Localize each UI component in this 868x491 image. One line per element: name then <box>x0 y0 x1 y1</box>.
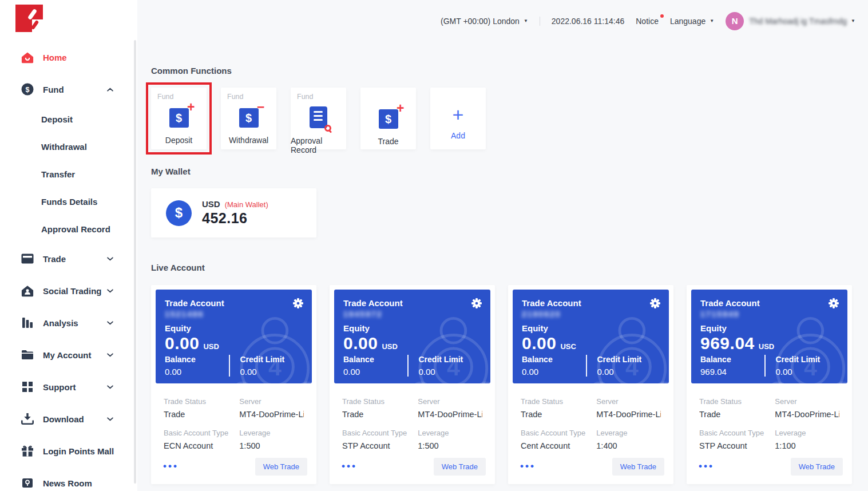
sidebar-item-news-room[interactable]: News Room <box>0 467 137 491</box>
account-card-title: Trade Account <box>343 298 481 308</box>
sidebar-item-support[interactable]: Support <box>0 371 137 403</box>
credit-limit-stat: Credit Limit 0.00 <box>764 355 840 377</box>
add-function-card[interactable]: + Add <box>430 88 486 149</box>
trade-status-value: Trade <box>164 410 239 419</box>
trade-account-card: Trade Account 2190620 Equity 0.00 USC Ba… <box>508 285 673 484</box>
web-trade-button[interactable]: Web Trade <box>791 458 843 476</box>
credit-limit-value: 0.00 <box>419 367 483 377</box>
analysis-icon <box>21 317 34 328</box>
timezone-selector[interactable]: (GMT +00:00) London ▼ <box>441 17 528 26</box>
wallet-card[interactable]: $ USD (Main Wallet) 452.16 <box>151 188 316 237</box>
account-details: Trade StatusTrade ServerMT4-DooPrime-Li.… <box>156 383 312 450</box>
common-functions-row: Fund $+ Deposit Fund $− Withdrawal Fund … <box>151 88 868 149</box>
more-actions-button[interactable]: ••• <box>342 464 357 469</box>
svg-text:$: $ <box>26 86 30 94</box>
sidebar-item-funds-details[interactable]: Funds Details <box>0 188 137 215</box>
more-actions-button[interactable]: ••• <box>699 464 714 469</box>
live-account-title: Live Account <box>151 263 868 272</box>
sidebar-item-deposit[interactable]: Deposit <box>0 105 137 133</box>
sidebar-item-login-points-mall[interactable]: Login Points Mall <box>0 435 137 467</box>
plus-icon: + <box>453 105 464 124</box>
download-icon <box>21 413 34 425</box>
sidebar-item-label: Funds Details <box>41 197 97 207</box>
account-details: Trade StatusTrade ServerMT4-DooPrime-Li.… <box>691 383 847 450</box>
gear-icon[interactable] <box>471 298 482 311</box>
chevron-down-icon: ▼ <box>710 18 714 23</box>
more-actions-button[interactable]: ••• <box>520 464 536 469</box>
common-functions-title: Common Functions <box>151 66 868 76</box>
account-number-redacted: 1945972 <box>343 310 389 319</box>
account-number-redacted: 1715949 <box>700 310 746 319</box>
timezone-label: (GMT +00:00) London <box>441 17 520 26</box>
user-menu[interactable]: N Thd Marhoadj ig Tmasfmdg ▼ <box>726 12 855 30</box>
web-trade-button[interactable]: Web Trade <box>255 458 307 476</box>
server-value: MT4-DooPrime-Li... <box>596 410 661 419</box>
account-type-value: Cent Account <box>521 441 596 450</box>
sidebar-item-label: Approval Record <box>41 224 110 234</box>
web-trade-button[interactable]: Web Trade <box>612 458 664 476</box>
grid-icon <box>21 381 34 393</box>
notification-dot <box>660 14 664 18</box>
card-category: Fund <box>157 93 174 101</box>
quick-trade-card[interactable]: $+ Trade <box>360 88 416 149</box>
card-category: Fund <box>227 93 244 101</box>
credit-limit-value: 0.00 <box>240 367 304 377</box>
account-card-title: Trade Account <box>522 298 660 308</box>
notice-button[interactable]: Notice <box>636 17 659 26</box>
sidebar-scrollbar[interactable] <box>134 40 136 484</box>
sidebar-item-label: Transfer <box>41 169 75 179</box>
wallet-info: USD (Main Wallet) 452.16 <box>202 199 268 227</box>
web-trade-button[interactable]: Web Trade <box>434 458 486 476</box>
equity-currency: USD <box>382 342 397 351</box>
more-actions-button[interactable]: ••• <box>163 464 179 469</box>
sidebar: Home $ Fund Deposit Withdrawal Transfer … <box>0 0 137 491</box>
quick-approval-record-card[interactable]: Fund Approval Record <box>291 88 346 149</box>
sidebar-item-home[interactable]: Home <box>0 41 137 73</box>
doo-prime-logo[interactable] <box>15 5 43 32</box>
gear-icon[interactable] <box>649 298 661 311</box>
chevron-down-icon <box>107 353 113 357</box>
sidebar-item-withdrawal[interactable]: Withdrawal <box>0 133 137 160</box>
trade-account-card: Trade Account 1945972 Equity 0.00 USD Ba… <box>330 285 495 484</box>
gift-icon <box>21 445 34 457</box>
account-panel: Trade Account 2190620 Equity 0.00 USC Ba… <box>513 290 669 383</box>
quick-withdrawal-card[interactable]: Fund $− Withdrawal <box>221 88 276 149</box>
quick-deposit-card[interactable]: Fund $+ Deposit <box>151 88 207 149</box>
sidebar-item-approval-record[interactable]: Approval Record <box>0 215 137 243</box>
sidebar-item-fund[interactable]: $ Fund <box>0 73 137 105</box>
balance-value: 0.00 <box>165 367 229 377</box>
sidebar-item-analysis[interactable]: Analysis <box>0 307 137 339</box>
equity-label: Equity <box>522 323 660 333</box>
sidebar-item-my-account[interactable]: My Account <box>0 339 137 371</box>
live-account-row: Trade Account 1521486 Equity 0.00 USD Ba… <box>151 285 868 484</box>
account-details: Trade StatusTrade ServerMT4-DooPrime-Li.… <box>513 383 669 450</box>
account-type-value: STP Account <box>699 441 775 450</box>
sidebar-item-trade[interactable]: Trade <box>0 243 137 275</box>
trade-status-value: Trade <box>699 410 775 419</box>
approval-record-icon <box>310 108 327 128</box>
chevron-down-icon: ▼ <box>524 18 528 23</box>
sidebar-item-label: Trade <box>43 254 66 264</box>
account-number-redacted: 1521486 <box>165 310 211 319</box>
chevron-up-icon <box>107 88 113 92</box>
account-panel: Trade Account 1945972 Equity 0.00 USD Ba… <box>334 290 490 383</box>
sidebar-item-transfer[interactable]: Transfer <box>0 160 137 188</box>
chevron-down-icon <box>107 257 113 261</box>
balance-value: 0.00 <box>522 367 586 377</box>
chevron-down-icon <box>107 321 113 325</box>
wallet-tag: (Main Wallet) <box>225 200 268 209</box>
gear-icon[interactable] <box>828 298 839 311</box>
sidebar-item-social-trading[interactable]: Social Trading <box>0 275 137 307</box>
sidebar-item-label: Download <box>43 414 84 424</box>
account-card-title: Trade Account <box>165 298 303 308</box>
equity-label: Equity <box>343 323 481 333</box>
sidebar-item-label: Support <box>43 382 76 392</box>
sidebar-item-download[interactable]: Download <box>0 403 137 435</box>
leverage-value: 1:100 <box>775 441 839 450</box>
language-selector[interactable]: Language ▼ <box>670 17 714 26</box>
card-label: Withdrawal <box>229 136 268 145</box>
card-category: Fund <box>297 93 314 101</box>
credit-limit-stat: Credit Limit 0.00 <box>407 355 483 377</box>
account-card-title: Trade Account <box>700 298 838 308</box>
gear-icon[interactable] <box>292 298 304 311</box>
